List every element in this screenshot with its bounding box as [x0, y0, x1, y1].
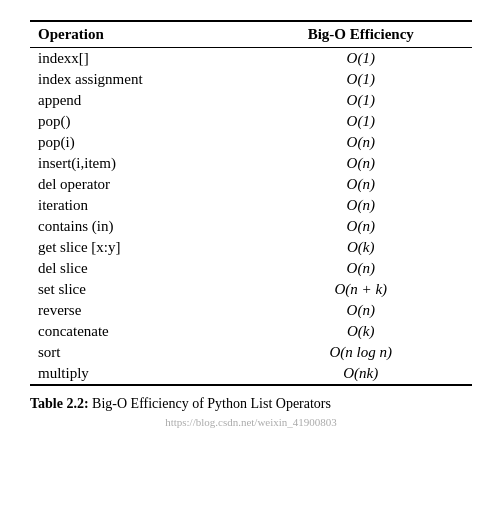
efficiency-cell: O(n + k)	[249, 279, 472, 300]
table-row: index assignmentO(1)	[30, 69, 472, 90]
operation-cell: set slice	[30, 279, 249, 300]
table-row: pop(i)O(n)	[30, 132, 472, 153]
table-row: iterationO(n)	[30, 195, 472, 216]
operation-cell: pop()	[30, 111, 249, 132]
operation-cell: del operator	[30, 174, 249, 195]
efficiency-cell: O(n)	[249, 300, 472, 321]
col-operation-header: Operation	[30, 21, 249, 48]
table-row: del operatorO(n)	[30, 174, 472, 195]
table-header-row: Operation Big-O Efficiency	[30, 21, 472, 48]
operation-cell: contains (in)	[30, 216, 249, 237]
operation-cell: del slice	[30, 258, 249, 279]
operation-cell: append	[30, 90, 249, 111]
efficiency-cell: O(1)	[249, 90, 472, 111]
efficiency-cell: O(k)	[249, 321, 472, 342]
col-efficiency-header: Big-O Efficiency	[249, 21, 472, 48]
operation-cell: sort	[30, 342, 249, 363]
efficiency-cell: O(1)	[249, 69, 472, 90]
table-row: insert(i,item)O(n)	[30, 153, 472, 174]
efficiency-cell: O(nk)	[249, 363, 472, 385]
table-container: Operation Big-O Efficiency indexx[]O(1)i…	[30, 20, 472, 428]
operation-cell: concatenate	[30, 321, 249, 342]
operation-cell: pop(i)	[30, 132, 249, 153]
table-row: contains (in)O(n)	[30, 216, 472, 237]
efficiency-cell: O(1)	[249, 111, 472, 132]
caption-number: Table 2.2:	[30, 396, 89, 411]
table-row: get slice [x:y]O(k)	[30, 237, 472, 258]
big-o-table: Operation Big-O Efficiency indexx[]O(1)i…	[30, 20, 472, 386]
operation-cell: iteration	[30, 195, 249, 216]
operation-cell: insert(i,item)	[30, 153, 249, 174]
operation-cell: multiply	[30, 363, 249, 385]
table-row: appendO(1)	[30, 90, 472, 111]
table-caption: Table 2.2: Big-O Efficiency of Python Li…	[30, 396, 472, 412]
table-row: multiplyO(nk)	[30, 363, 472, 385]
efficiency-cell: O(n)	[249, 132, 472, 153]
operation-cell: reverse	[30, 300, 249, 321]
operation-cell: indexx[]	[30, 48, 249, 70]
efficiency-cell: O(n)	[249, 153, 472, 174]
table-row: set sliceO(n + k)	[30, 279, 472, 300]
table-row: del sliceO(n)	[30, 258, 472, 279]
efficiency-cell: O(k)	[249, 237, 472, 258]
table-row: sortO(n log n)	[30, 342, 472, 363]
watermark: https://blog.csdn.net/weixin_41900803	[30, 416, 472, 428]
table-row: pop()O(1)	[30, 111, 472, 132]
table-row: indexx[]O(1)	[30, 48, 472, 70]
efficiency-cell: O(n)	[249, 174, 472, 195]
operation-cell: index assignment	[30, 69, 249, 90]
efficiency-cell: O(n)	[249, 258, 472, 279]
table-row: reverseO(n)	[30, 300, 472, 321]
efficiency-cell: O(n)	[249, 195, 472, 216]
efficiency-cell: O(n log n)	[249, 342, 472, 363]
operation-cell: get slice [x:y]	[30, 237, 249, 258]
efficiency-cell: O(n)	[249, 216, 472, 237]
caption-text: Big-O Efficiency of Python List Operator…	[92, 396, 331, 411]
efficiency-cell: O(1)	[249, 48, 472, 70]
table-row: concatenateO(k)	[30, 321, 472, 342]
